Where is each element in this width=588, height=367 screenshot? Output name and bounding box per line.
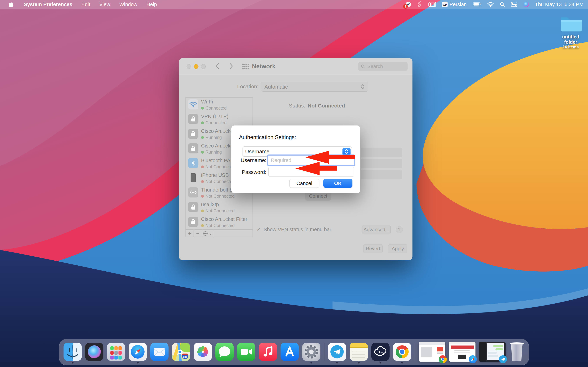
dock-system-preferences[interactable] — [302, 343, 320, 361]
siri-orb — [88, 345, 101, 358]
authentication-dialog: Authentication Settings: Username Userna… — [231, 125, 360, 193]
back-icon[interactable] — [215, 63, 219, 70]
password-input[interactable] — [270, 167, 352, 176]
popup-steppers-icon — [361, 84, 364, 90]
service-status-text: Running — [206, 150, 222, 155]
revert-button[interactable]: Revert — [363, 244, 382, 253]
chrome-badge-icon — [439, 355, 447, 363]
dock-notes[interactable] — [350, 343, 368, 361]
service-status-text: Not Connected — [206, 223, 235, 228]
service-status: Not Connected — [201, 194, 235, 199]
music-note-icon — [259, 343, 277, 361]
apply-button[interactable]: Apply — [388, 244, 407, 253]
zoom-button[interactable] — [201, 64, 206, 69]
apple-icon — [9, 1, 14, 8]
service-name: iPhone USB — [201, 172, 229, 178]
help-button[interactable]: ? — [396, 226, 403, 233]
keyboard-glyph — [428, 2, 436, 7]
add-service-button[interactable]: + — [186, 230, 194, 237]
location-popup[interactable]: Automatic — [261, 82, 368, 92]
dock-separator — [324, 343, 324, 361]
username-label: Username: — [240, 157, 266, 163]
folder-item-count: 16 items — [558, 45, 584, 50]
dimmed-field-row — [361, 159, 402, 168]
control-center-icon[interactable] — [511, 2, 518, 7]
cancel-button[interactable]: Cancel — [289, 179, 319, 188]
dock-app-store[interactable] — [281, 343, 299, 361]
sidebar-item-usa-l2tp[interactable]: usa l2tp Not Connected — [188, 200, 252, 215]
dock-messages[interactable] — [216, 343, 234, 361]
vpn-status-checkbox[interactable]: ✓ Show VPN status in menu bar — [257, 226, 331, 233]
window-titlebar[interactable]: Network — [179, 58, 413, 75]
search-input[interactable] — [367, 63, 402, 69]
spotlight-glyph — [500, 2, 505, 7]
notes-line — [352, 351, 365, 351]
dock-safari[interactable] — [129, 343, 147, 361]
more-actions-button[interactable]: ⌄ — [202, 230, 214, 237]
checkbox-label: Show VPN status in menu bar — [264, 227, 331, 233]
squiggle-status-icon[interactable] — [417, 1, 423, 8]
menu-window[interactable]: Window — [119, 1, 137, 7]
notification-badge: 1 — [403, 4, 408, 9]
remove-service-button[interactable]: − — [194, 230, 202, 237]
show-all-icon[interactable] — [242, 64, 249, 69]
wifi-icon[interactable] — [487, 2, 494, 7]
close-button[interactable] — [187, 64, 191, 69]
input-source-label: Persian — [450, 1, 467, 7]
app-store-a-icon — [281, 343, 299, 361]
dock-facetime[interactable] — [237, 343, 255, 361]
ok-button[interactable]: OK — [323, 179, 353, 188]
window-title: Network — [252, 63, 276, 70]
minimize-button[interactable] — [194, 64, 199, 69]
siri-icon[interactable] — [523, 1, 529, 7]
service-status: Not Connected — [201, 208, 235, 213]
location-value: Automatic — [264, 84, 288, 90]
username-input[interactable] — [270, 157, 340, 163]
facetime-camera-icon — [237, 343, 255, 361]
spotlight-icon[interactable] — [500, 2, 505, 7]
bluetooth-icon — [188, 158, 198, 168]
dock-telegram[interactable] — [328, 343, 346, 361]
sidebar-item-vpn-l2tp[interactable]: VPN (L2TP) Connected — [188, 112, 252, 127]
minimized-telegram-window[interactable] — [479, 342, 506, 362]
advanced-button[interactable]: Advanced... — [362, 225, 391, 234]
password-label: Password: — [240, 169, 266, 175]
service-status: Not Connected — [201, 179, 235, 184]
minimized-safari-window[interactable] — [449, 342, 476, 362]
dock-finder[interactable] — [63, 343, 82, 361]
minimized-chrome-window[interactable] — [419, 342, 445, 362]
menu-clock[interactable]: Thu May 13 6:34 PM — [535, 1, 583, 7]
search-field[interactable] — [358, 62, 407, 71]
telegram-menu-icon[interactable]: 1 — [405, 1, 411, 7]
telegram-badge-icon — [499, 355, 507, 363]
menu-help[interactable]: Help — [147, 1, 157, 7]
status-label: Status: — [277, 103, 305, 109]
lock-icon — [188, 202, 198, 212]
menu-view[interactable]: View — [99, 1, 110, 7]
status-dot — [201, 180, 204, 183]
status-dot — [201, 121, 204, 124]
sidebar-item-wifi[interactable]: Wi-Fi Connected — [188, 98, 252, 112]
dock-mail[interactable] — [150, 343, 169, 361]
dock-trash[interactable] — [509, 342, 525, 362]
photos-pinwheel-icon — [194, 343, 212, 361]
lock-icon — [188, 143, 198, 153]
dock: 280 — [59, 339, 529, 365]
keyboard-viewer-icon[interactable] — [428, 2, 436, 7]
menu-edit[interactable]: Edit — [81, 1, 90, 7]
apple-menu[interactable] — [9, 1, 15, 8]
dock-photos[interactable] — [194, 343, 212, 361]
dock-maps[interactable]: 280 — [172, 343, 190, 361]
dock-chrome[interactable] — [393, 343, 411, 361]
dock-vpn-cloud-app[interactable] — [371, 343, 389, 361]
battery-icon[interactable] — [473, 2, 481, 7]
desktop-folder[interactable]: untitled folder 16 items — [558, 15, 584, 50]
dock-siri[interactable] — [85, 343, 104, 361]
dock-music[interactable] — [259, 343, 277, 361]
menu-app-name[interactable]: System Preferences — [24, 1, 72, 7]
forward-icon[interactable] — [229, 63, 233, 70]
maps-280-shield: 280 — [182, 354, 188, 359]
sidebar-item-cisco-filter[interactable]: Cisco An...cket Filter Not Connected — [188, 215, 252, 230]
dock-launchpad[interactable] — [107, 343, 125, 361]
input-source-icon[interactable]: ف Persian — [442, 1, 467, 7]
